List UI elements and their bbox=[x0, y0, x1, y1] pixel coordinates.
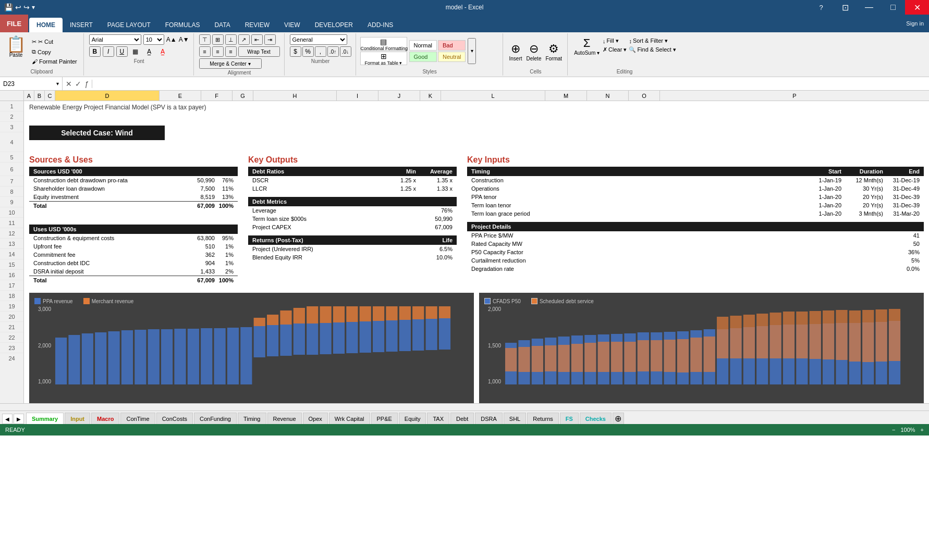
name-box-dropdown[interactable]: ▾ bbox=[56, 81, 59, 86]
col-header-a[interactable]: A bbox=[24, 91, 34, 101]
fill-btn[interactable]: ↓ Fill ▾ bbox=[603, 38, 627, 44]
sheet-tab-debt[interactable]: Debt bbox=[450, 413, 474, 424]
col-header-e[interactable]: E bbox=[160, 91, 201, 101]
decrease-font-btn[interactable]: A▼ bbox=[179, 36, 189, 43]
formula-input[interactable] bbox=[92, 77, 929, 90]
decrease-decimal-btn[interactable]: .0↓ bbox=[340, 46, 351, 57]
sheet-tab-opex[interactable]: Opex bbox=[303, 413, 328, 424]
insert-function-btn[interactable]: ƒ bbox=[84, 80, 89, 88]
sheet-tab-wrkcapital[interactable]: Wrk Capital bbox=[329, 413, 370, 424]
sheet-nav-next[interactable]: ▶ bbox=[14, 414, 24, 424]
sheet-tab-checks[interactable]: Checks bbox=[580, 413, 612, 424]
border-btn[interactable]: ▦ bbox=[130, 46, 141, 57]
redo-icon[interactable]: ↪ bbox=[23, 3, 30, 11]
font-color-btn[interactable]: A̲ bbox=[157, 46, 168, 57]
sheet-tab-summary[interactable]: Summary bbox=[26, 413, 64, 424]
sheet-tab-ppe[interactable]: PP&E bbox=[371, 413, 398, 424]
clear-btn[interactable]: ✗ Clear ▾ bbox=[603, 46, 627, 53]
autosum-btn[interactable]: Σ AutoSum ▾ bbox=[573, 35, 601, 57]
name-box[interactable]: D23 ▾ bbox=[0, 77, 63, 90]
align-left-btn[interactable]: ≡ bbox=[199, 46, 211, 57]
style-bad[interactable]: Bad bbox=[438, 40, 466, 51]
cancel-formula-btn[interactable]: ✕ bbox=[66, 80, 72, 88]
col-header-m[interactable]: M bbox=[545, 91, 587, 101]
tab-addins[interactable]: ADD-INS bbox=[360, 18, 400, 32]
tab-page-layout[interactable]: PAGE LAYOUT bbox=[100, 18, 158, 32]
col-header-n[interactable]: N bbox=[587, 91, 629, 101]
col-header-p[interactable]: P bbox=[660, 91, 929, 101]
close-btn[interactable]: ✕ bbox=[905, 0, 929, 15]
sheet-tab-dsra[interactable]: DSRA bbox=[475, 413, 503, 424]
add-sheet-btn[interactable]: ⊕ bbox=[613, 413, 624, 424]
zoom-out-btn[interactable]: − bbox=[892, 427, 895, 433]
italic-button[interactable]: I bbox=[103, 46, 114, 57]
align-middle-btn[interactable]: ⊞ bbox=[212, 34, 224, 45]
tab-home[interactable]: HOME bbox=[29, 18, 63, 32]
style-good[interactable]: Good bbox=[409, 52, 437, 62]
col-header-l[interactable]: L bbox=[441, 91, 545, 101]
style-neutral[interactable]: Neutral bbox=[438, 52, 466, 62]
align-bottom-btn[interactable]: ⊥ bbox=[225, 34, 237, 45]
col-header-j[interactable]: J bbox=[378, 91, 420, 101]
find-select-btn[interactable]: 🔍 Find & Select ▾ bbox=[629, 46, 676, 53]
sheet-tab-returns[interactable]: Returns bbox=[527, 413, 559, 424]
text-rotate-btn[interactable]: ↗ bbox=[238, 34, 250, 45]
increase-font-btn[interactable]: A▲ bbox=[166, 36, 177, 43]
col-header-f[interactable]: F bbox=[201, 91, 233, 101]
col-header-b[interactable]: B bbox=[34, 91, 45, 101]
col-header-o[interactable]: O bbox=[629, 91, 660, 101]
delete-btn[interactable]: ⊖ Delete bbox=[525, 41, 543, 63]
align-right-btn[interactable]: ≡ bbox=[225, 46, 237, 57]
help-btn[interactable]: ? bbox=[809, 0, 833, 15]
tab-developer[interactable]: DEVELOPER bbox=[308, 18, 360, 32]
file-button[interactable]: FILE bbox=[0, 15, 28, 32]
style-normal[interactable]: Normal bbox=[409, 40, 437, 51]
thousands-btn[interactable]: , bbox=[315, 46, 326, 57]
bold-button[interactable]: B bbox=[89, 46, 101, 57]
sheet-nav-prev[interactable]: ◀ bbox=[2, 414, 13, 424]
col-header-h[interactable]: H bbox=[253, 91, 337, 101]
font-size-select[interactable]: 10 bbox=[143, 34, 164, 45]
sheet-tab-shl[interactable]: SHL bbox=[504, 413, 526, 424]
minimize-btn[interactable]: — bbox=[857, 0, 881, 15]
sheet-tab-revenue[interactable]: Revenue bbox=[267, 413, 302, 424]
sheet-tab-macro[interactable]: Macro bbox=[91, 413, 119, 424]
tab-insert[interactable]: INSERT bbox=[63, 18, 100, 32]
font-family-select[interactable]: Arial bbox=[89, 34, 141, 45]
sheet-tab-input[interactable]: Input bbox=[65, 413, 90, 424]
underline-button[interactable]: U bbox=[116, 46, 128, 57]
align-center-btn[interactable]: ≡ bbox=[212, 46, 224, 57]
tab-formulas[interactable]: FORMULAS bbox=[158, 18, 207, 32]
sheet-tab-confunding[interactable]: ConFunding bbox=[194, 413, 237, 424]
col-header-g[interactable]: G bbox=[233, 91, 253, 101]
copy-button[interactable]: ⧉ Copy bbox=[30, 47, 79, 56]
customize-icon[interactable]: ▾ bbox=[32, 4, 35, 11]
wrap-text-btn[interactable]: Wrap Text bbox=[238, 46, 280, 57]
tab-review[interactable]: REVIEW bbox=[238, 18, 277, 32]
sheet-tab-concosts[interactable]: ConCosts bbox=[156, 413, 193, 424]
restore-btn[interactable]: ⊡ bbox=[833, 0, 857, 15]
undo-icon[interactable]: ↩ bbox=[15, 3, 21, 11]
conditional-formatting-btn[interactable]: ▤ Conditional Formatting bbox=[360, 37, 407, 51]
format-as-table-btn[interactable]: ⊞ Format as Table ▾ bbox=[360, 52, 407, 65]
tab-view[interactable]: VIEW bbox=[277, 18, 308, 32]
fill-color-btn[interactable]: A̲ bbox=[143, 46, 155, 57]
col-header-i[interactable]: I bbox=[337, 91, 378, 101]
sheet-tab-contime[interactable]: ConTime bbox=[120, 413, 155, 424]
sheet-tab-equity[interactable]: Equity bbox=[399, 413, 426, 424]
merge-center-btn[interactable]: Merge & Center ▾ bbox=[199, 58, 262, 69]
save-icon[interactable]: 💾 bbox=[4, 3, 13, 11]
indent-dec-btn[interactable]: ⇤ bbox=[251, 34, 263, 45]
insert-btn[interactable]: ⊕ Insert bbox=[508, 41, 523, 63]
indent-inc-btn[interactable]: ⇥ bbox=[264, 34, 276, 45]
horizontal-scrollbar[interactable] bbox=[0, 403, 929, 410]
col-header-k[interactable]: K bbox=[420, 91, 441, 101]
tab-data[interactable]: DATA bbox=[207, 18, 237, 32]
percent-btn[interactable]: % bbox=[302, 46, 314, 57]
col-header-d[interactable]: D bbox=[55, 91, 160, 101]
sheet-tab-tax[interactable]: TAX bbox=[427, 413, 449, 424]
number-format-select[interactable]: General bbox=[290, 34, 347, 45]
sign-in[interactable]: Sign in bbox=[906, 20, 924, 27]
col-header-c[interactable]: C bbox=[45, 91, 55, 101]
align-top-btn[interactable]: ⊤ bbox=[199, 34, 211, 45]
